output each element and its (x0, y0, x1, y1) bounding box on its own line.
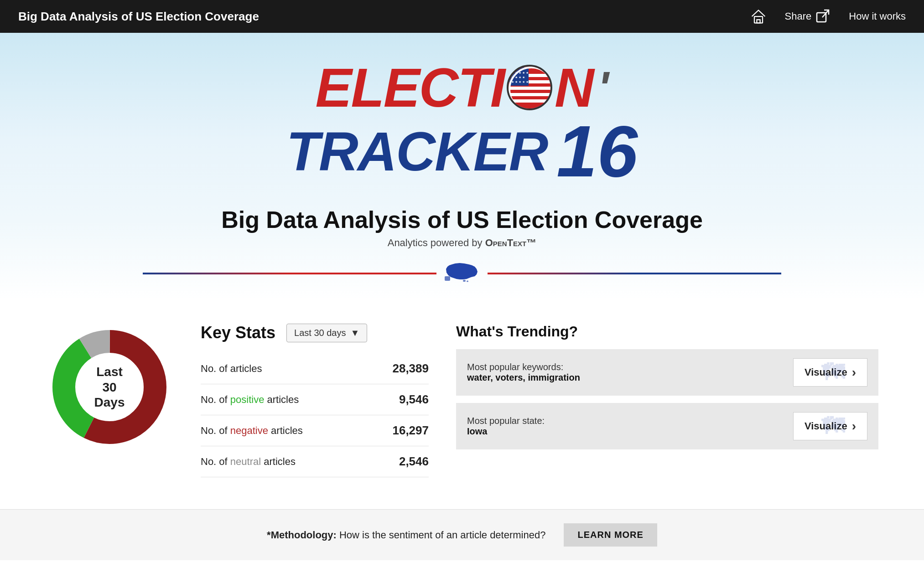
dropdown-arrow-icon: ▼ (351, 328, 360, 338)
election-text-part1: ELECTI (315, 60, 504, 115)
home-button[interactable] (750, 8, 767, 25)
navbar: Big Data Analysis of US Election Coverag… (0, 0, 924, 33)
trending-card-keywords: Most popular keywords: water, voters, im… (456, 349, 878, 396)
globe-icon: ★ ★ ★ ★ ★ ★ ★ ★ ★ ★ ★ ★ ★ ★ (507, 65, 552, 110)
donut-label-line3: Days (94, 395, 125, 410)
svg-text:★ ★ ★ ★ ★: ★ ★ ★ ★ ★ (511, 80, 529, 83)
stat-row-articles: No. of articles 28,389 (201, 353, 429, 384)
trending-state-value: Iowa (467, 426, 487, 436)
methodology-bar: *Methodology: How is the sentiment of an… (0, 509, 924, 560)
trending-keywords-value: water, voters, immigration (467, 372, 580, 382)
trending-card-state-text: Most popular state: Iowa (467, 416, 784, 437)
stat-row-positive: No. of positive articles 9,546 (201, 384, 429, 415)
donut-chart: Last 30 Days (46, 323, 173, 451)
hero-section: ELECTI (0, 33, 924, 300)
stat-label-positive: No. of positive articles (201, 394, 299, 406)
svg-rect-23 (445, 276, 450, 281)
chevron-right-icon-1: › (852, 365, 856, 380)
trending-section: What's Trending? Most popular keywords: … (456, 323, 878, 457)
svg-rect-1 (757, 20, 760, 23)
svg-rect-13 (509, 96, 552, 99)
period-label: Last 30 days (294, 328, 346, 338)
stat-value-articles: 28,389 (392, 361, 429, 376)
hero-subtitle: Analytics powered by OpenText™ (388, 237, 537, 249)
learn-more-button[interactable]: LEARN MORE (564, 523, 657, 547)
logo-area: ELECTI (286, 60, 638, 188)
logo-row2: TRACKER 16 (286, 115, 638, 188)
share-icon (816, 9, 831, 24)
stat-value-positive: 9,546 (399, 392, 429, 407)
visualize-keywords-button[interactable]: 🗺 Visualize › (793, 358, 867, 387)
visualize-state-map-bg: 🗺 (821, 413, 844, 439)
share-label: Share (785, 10, 812, 22)
stat-label-negative: No. of negative articles (201, 425, 303, 437)
stat-label-neutral: No. of neutral articles (201, 456, 296, 468)
hero-title: Big Data Analysis of US Election Coverag… (221, 206, 703, 233)
svg-rect-16 (509, 106, 516, 110)
svg-point-24 (463, 280, 466, 282)
navbar-actions: Share How it works (750, 8, 906, 25)
home-icon (750, 8, 767, 25)
methodology-text: *Methodology: How is the sentiment of an… (267, 529, 545, 541)
methodology-bold: *Methodology: (267, 529, 337, 541)
how-it-works-button[interactable]: How it works (849, 10, 906, 22)
election-text-part2: N (555, 60, 593, 115)
visualize-state-button[interactable]: 🗺 Visualize › (793, 412, 867, 440)
stat-label-articles: No. of articles (201, 363, 262, 375)
stat-row-neutral: No. of neutral articles 2,546 (201, 446, 429, 477)
chevron-right-icon-2: › (852, 419, 856, 434)
stat-value-neutral: 2,546 (399, 454, 429, 469)
key-stats-title: Key Stats (201, 323, 275, 342)
donut-label-line1: Last (94, 364, 125, 380)
donut-label-line2: 30 (94, 379, 125, 395)
stat-value-negative: 16,297 (392, 423, 429, 438)
divider-right (488, 273, 781, 274)
year-text: 16 (556, 115, 638, 188)
subtitle-text: Analytics powered by (388, 237, 483, 248)
svg-rect-10 (509, 87, 552, 90)
svg-rect-12 (509, 93, 552, 96)
svg-rect-15 (509, 103, 552, 106)
donut-label: Last 30 Days (94, 364, 125, 410)
svg-point-25 (467, 281, 468, 282)
usa-map-icon (444, 260, 480, 287)
key-stats-panel: Key Stats Last 30 days ▼ No. of articles… (201, 323, 429, 477)
share-button[interactable]: Share (785, 9, 831, 24)
divider-area (143, 260, 781, 287)
methodology-question: How is the sentiment of an article deter… (339, 529, 545, 541)
tracker-text: TRACKER (286, 124, 548, 179)
svg-rect-11 (509, 90, 552, 93)
stats-section: Last 30 Days Key Stats Last 30 days ▼ No… (0, 300, 924, 500)
svg-rect-14 (509, 99, 552, 103)
apostrophe: ' (598, 65, 609, 110)
period-dropdown[interactable]: Last 30 days ▼ (286, 324, 367, 342)
navbar-title: Big Data Analysis of US Election Coverag… (18, 10, 750, 24)
stat-row-negative: No. of negative articles 16,297 (201, 415, 429, 446)
trending-card-state: Most popular state: Iowa 🗺 Visualize › (456, 403, 878, 449)
trending-title: What's Trending? (456, 323, 878, 340)
visualize-keywords-map-bg: 🗺 (821, 359, 844, 386)
divider-left (143, 273, 436, 274)
opentext-brand: OpenText™ (485, 237, 537, 248)
key-stats-header: Key Stats Last 30 days ▼ (201, 323, 429, 342)
logo-row1: ELECTI (315, 60, 608, 115)
how-it-works-label: How it works (849, 10, 906, 22)
trending-card-keywords-text: Most popular keywords: water, voters, im… (467, 362, 784, 383)
